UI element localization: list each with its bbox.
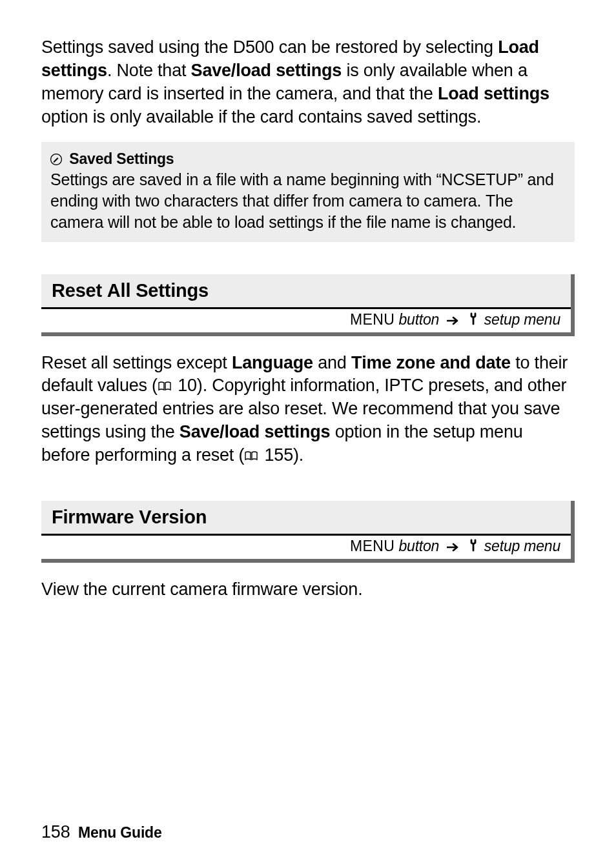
reset-nav-path: MENU button setup menu (41, 307, 571, 332)
reset-mid1: and (313, 353, 351, 372)
saved-settings-box: Saved Settings Settings are saved in a f… (41, 142, 575, 242)
button-text: button (395, 311, 439, 328)
firmware-nav-path: MENU button setup menu (41, 534, 571, 559)
page-footer: 158 Menu Guide (41, 822, 162, 842)
wrench-icon (468, 539, 478, 555)
saved-settings-body: Settings are saved in a file with a name… (50, 169, 566, 233)
guide-label: Menu Guide (78, 824, 162, 841)
wrench-icon (468, 312, 478, 328)
saved-settings-title: Saved Settings (69, 150, 174, 167)
intro-t1: Settings saved using the D500 can be res… (41, 37, 498, 57)
intro-b3: Load settings (438, 84, 549, 103)
firmware-heading: Firmware Version (41, 501, 571, 534)
button-text: button (395, 538, 439, 554)
menu-label: MENU (350, 538, 395, 554)
arrow-right-icon (447, 312, 460, 329)
firmware-body: View the current camera firmware version… (41, 578, 575, 601)
intro-paragraph: Settings saved using the D500 can be res… (41, 36, 575, 129)
pencil-icon (50, 152, 65, 167)
firmware-section-header: Firmware Version MENU button setup menu (41, 501, 575, 563)
reset-heading: Reset All Settings (41, 274, 571, 307)
intro-t4: option is only available if the card con… (41, 107, 481, 126)
reset-ref2: 155). (260, 445, 303, 465)
book-icon (158, 377, 172, 396)
setup-menu-text: setup menu (480, 311, 560, 328)
book-icon (244, 447, 258, 465)
reset-bold1: Language (232, 353, 313, 372)
intro-t2: . Note that (107, 61, 191, 80)
reset-body: Reset all settings except Language and T… (41, 352, 575, 468)
arrow-right-icon (447, 539, 460, 556)
reset-section-header: Reset All Settings MENU button setup men… (41, 274, 575, 336)
reset-t1: Reset all settings except (41, 353, 232, 372)
setup-menu-text: setup menu (480, 538, 560, 554)
saved-settings-title-row: Saved Settings (50, 150, 566, 169)
intro-b2: Save/load settings (191, 61, 342, 80)
reset-bold3: Save/load settings (180, 422, 330, 441)
reset-bold2: Time zone and date (351, 353, 511, 372)
menu-label: MENU (350, 311, 395, 328)
page-number: 158 (41, 822, 70, 842)
